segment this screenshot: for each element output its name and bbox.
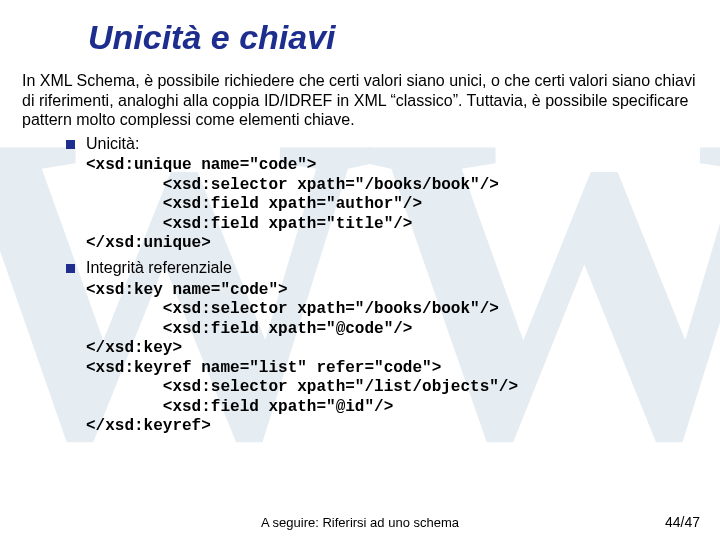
code-block-2: <xsd:key name="code"> <xsd:selector xpat…: [66, 281, 698, 437]
code-block-1: <xsd:unique name="code"> <xsd:selector x…: [66, 156, 698, 254]
bullet-integrita: Integrità referenziale <xsd:key name="co…: [66, 258, 698, 437]
page-number: 44/47: [665, 514, 700, 530]
bullet-label: Integrità referenziale: [66, 258, 698, 279]
footer-next-topic: A seguire: Riferirsi ad uno schema: [261, 515, 459, 530]
slide-title: Unicità e chiavi: [0, 0, 720, 71]
intro-paragraph: In XML Schema, è possibile richiedere ch…: [22, 71, 698, 130]
bullet-label: Unicità:: [66, 134, 698, 155]
bullet-unicita: Unicità: <xsd:unique name="code"> <xsd:s…: [66, 134, 698, 254]
